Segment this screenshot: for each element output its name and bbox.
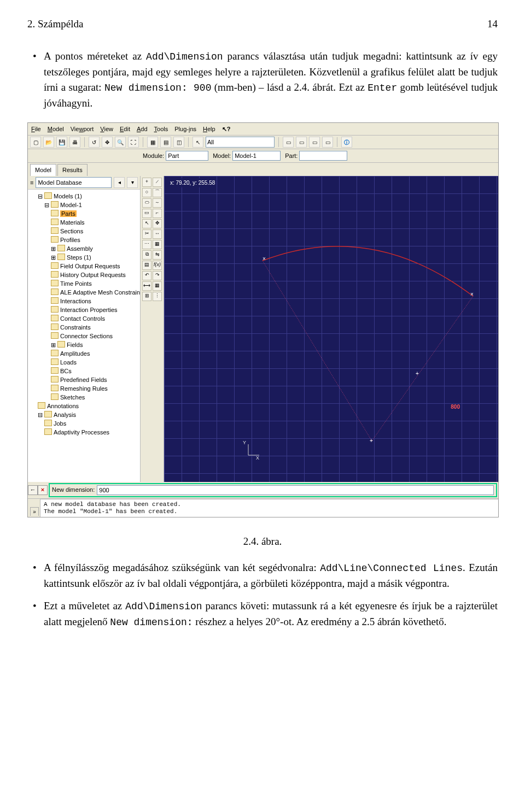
folder-icon <box>51 315 59 321</box>
tree-node[interactable]: ⊞ Fields <box>31 340 139 349</box>
tree-node[interactable]: ⊟ Models (1) <box>31 192 139 201</box>
menu-model[interactable]: Model <box>48 125 64 134</box>
tree-node[interactable]: Predefined Fields <box>31 375 139 384</box>
fx-tool-icon[interactable]: f(x) <box>153 261 162 270</box>
help-cursor-icon[interactable]: ↖? <box>222 125 231 134</box>
new-dimension-input[interactable] <box>97 485 494 495</box>
array-tool-icon[interactable]: ▤ <box>142 261 151 270</box>
tree-node[interactable]: Adaptivity Processes <box>31 428 139 437</box>
dim-tool-icon[interactable]: ⟷ <box>142 281 151 291</box>
mirror-tool-icon[interactable]: ⇋ <box>153 250 162 260</box>
circle-tool-icon[interactable]: ○ <box>142 188 151 197</box>
tree-node[interactable]: Interactions <box>31 297 139 305</box>
move-tool-icon[interactable]: ✥ <box>153 219 162 228</box>
new-file-icon[interactable]: ▢ <box>30 137 41 148</box>
point-tool-icon[interactable]: + <box>142 178 151 187</box>
tree-node[interactable]: Connector Sections <box>31 332 139 340</box>
display-group-dropdown[interactable] <box>206 137 275 148</box>
tree-node[interactable]: ALE Adaptive Mesh Constraints <box>31 288 139 297</box>
dots-tool-icon[interactable]: ⋯ <box>142 240 151 249</box>
save-icon[interactable]: 💾 <box>56 137 67 148</box>
folder-icon <box>44 420 52 426</box>
tool-b-icon[interactable]: ▭ <box>296 137 307 148</box>
fit-icon[interactable]: ⛶ <box>128 137 139 148</box>
sketch-viewport[interactable]: x: 79.20, y: 255.58 × × + + 800 Y X <box>164 176 498 482</box>
folder-icon <box>38 402 45 409</box>
tool-d-icon[interactable]: ▭ <box>322 137 333 148</box>
tab-model[interactable]: Model <box>30 164 56 176</box>
pan-icon[interactable]: ✥ <box>102 137 113 148</box>
tree-node[interactable]: Sketches <box>31 393 139 402</box>
tree-node[interactable]: ⊞ Assembly <box>31 244 139 253</box>
tree-node[interactable]: Time Points <box>31 279 139 288</box>
tree-node[interactable]: Parts <box>31 209 139 218</box>
undo-tool-icon[interactable]: ↶ <box>142 271 151 280</box>
tree-node[interactable]: Jobs <box>31 419 139 428</box>
console-tab-icon[interactable]: » <box>30 507 39 516</box>
line-tool-icon[interactable]: ⟋ <box>153 178 162 187</box>
tree-collapse-icon[interactable]: ◂ <box>114 177 125 188</box>
view-icon[interactable]: ▤ <box>160 137 171 148</box>
fillet-tool-icon[interactable]: ⌐ <box>153 209 162 218</box>
rect-tool-icon[interactable]: ▭ <box>142 209 151 218</box>
grid-icon[interactable]: ▦ <box>147 137 158 148</box>
tree-node[interactable]: Materials <box>31 218 139 227</box>
persp-icon[interactable]: ◫ <box>173 137 184 148</box>
spline-tool-icon[interactable]: ～ <box>153 198 162 208</box>
trim-tool-icon[interactable]: ✂ <box>142 230 151 239</box>
tree-node[interactable]: Remeshing Rules <box>31 384 139 393</box>
tree-node[interactable]: Amplitudes <box>31 349 139 358</box>
tree-node[interactable]: Constraints <box>31 323 139 332</box>
tree-node[interactable]: History Output Requests <box>31 270 139 279</box>
menu-help[interactable]: Help <box>203 125 215 134</box>
part-select[interactable] <box>299 151 347 161</box>
ellipse-tool-icon[interactable]: ⬭ <box>142 198 151 208</box>
context-bar: Module: Model: Part: <box>28 149 498 163</box>
tool-a-icon[interactable]: ▭ <box>283 137 294 148</box>
folder-icon <box>51 227 59 234</box>
table-tool-icon[interactable]: ▦ <box>153 281 162 291</box>
tree-filter-icon[interactable]: ▾ <box>127 177 138 188</box>
tool-c-icon[interactable]: ▭ <box>309 137 320 148</box>
tree-node[interactable]: Interaction Properties <box>31 305 139 314</box>
menu-edit[interactable]: Edit <box>120 125 130 134</box>
tree-node[interactable]: Sections <box>31 227 139 236</box>
menu-tools[interactable]: Tools <box>154 125 168 134</box>
tree-node[interactable]: Loads <box>31 358 139 367</box>
module-select[interactable] <box>166 151 208 161</box>
copy-tool-icon[interactable]: ⧉ <box>142 250 151 260</box>
extend-tool-icon[interactable]: ↔ <box>153 230 162 239</box>
cursor-icon[interactable]: ↖ <box>192 137 203 148</box>
tree-node[interactable]: ⊟ Analysis <box>31 410 139 419</box>
folder-icon <box>51 210 59 216</box>
tree-node[interactable]: Field Output Requests <box>31 262 139 270</box>
tree-node[interactable]: Annotations <box>31 402 139 410</box>
tree-node[interactable]: ⊟ Model-1 <box>31 201 139 209</box>
arc-tool-icon[interactable]: ⌒ <box>153 188 162 197</box>
cancel-button-icon[interactable]: × <box>38 485 48 495</box>
open-file-icon[interactable]: 📂 <box>43 137 54 148</box>
model-tree[interactable]: ⊟ Models (1)⊟ Model-1PartsMaterialsSecti… <box>28 190 140 439</box>
redo-tool-icon[interactable]: ↷ <box>153 271 162 280</box>
menu-view[interactable]: View <box>100 125 113 134</box>
tree-node[interactable]: Profiles <box>31 236 139 244</box>
rotate-icon[interactable]: ↺ <box>89 137 100 148</box>
print-icon[interactable]: 🖶 <box>69 137 80 148</box>
grid-tool-icon[interactable]: ▦ <box>153 240 162 249</box>
tree-node[interactable]: BCs <box>31 367 139 375</box>
tab-results[interactable]: Results <box>57 164 88 176</box>
select-tool-icon[interactable]: ↖ <box>142 219 151 228</box>
menu-add[interactable]: Add <box>137 125 148 134</box>
menu-plugins[interactable]: Plug-ins <box>174 125 196 134</box>
menu-viewport[interactable]: Viewport <box>71 125 94 134</box>
menu-file[interactable]: File <box>31 125 41 134</box>
constraint-tool-icon[interactable]: ⊞ <box>142 292 151 301</box>
info-icon[interactable]: ⓘ <box>341 137 352 148</box>
tree-node[interactable]: Contact Controls <box>31 314 139 323</box>
tree-node[interactable]: ⊞ Steps (1) <box>31 253 139 262</box>
model-select[interactable] <box>232 151 281 161</box>
zoom-icon[interactable]: 🔍 <box>115 137 126 148</box>
options-tool-icon[interactable]: ⋮ <box>153 292 162 301</box>
back-button-icon[interactable]: ← <box>28 485 38 495</box>
tree-selector[interactable]: Model Database <box>36 177 112 189</box>
